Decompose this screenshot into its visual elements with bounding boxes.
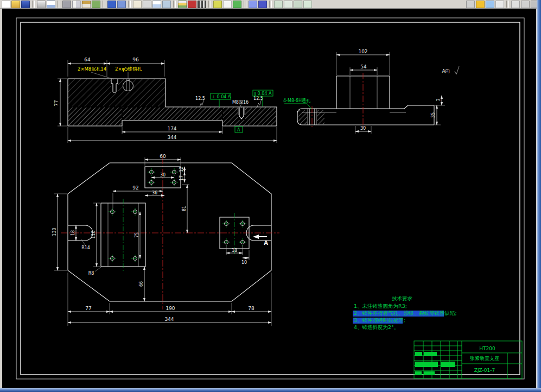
tech-req-title: 技术要求 [392, 295, 413, 301]
dim-side-54: 54 [360, 64, 367, 69]
measure-distance-icon[interactable] [213, 1, 222, 8]
dim-plan-190: 190 [166, 306, 175, 311]
properties-icon[interactable] [249, 1, 257, 8]
dim-plan-92: 92 [132, 185, 138, 191]
tech-req-item-2: 2、铸件不得有气孔、沙眼、裂纹等铸造缺陷; [354, 310, 457, 316]
toolbar-separator [58, 1, 60, 8]
dimension-style-icon[interactable] [233, 1, 241, 8]
dim-plan-12: 12 [179, 167, 184, 172]
title-block-part-name: 张紧装置支座 [470, 356, 499, 361]
dim-plan-344: 344 [164, 317, 174, 322]
dim-plan-10: 10 [241, 260, 247, 265]
toolbar-separator [128, 1, 131, 8]
match-properties-icon[interactable] [92, 1, 100, 8]
window-border-right [537, 0, 541, 392]
toolbar-separator [32, 1, 35, 8]
dim-side-30: 30 [360, 126, 366, 131]
dim-plan-66: 66 [139, 281, 144, 287]
dock-toggle-icon[interactable] [511, 1, 520, 8]
dim-plan-81: 81 [182, 206, 187, 211]
label-r8: R8 [88, 271, 94, 276]
dim-front-77: 77 [54, 100, 59, 106]
ortho-icon[interactable] [284, 1, 292, 8]
dim-side-102: 102 [358, 49, 367, 54]
dim-front-96: 96 [132, 57, 139, 62]
fcf-perpendicularity: ⊥ 0.04 A [212, 94, 231, 99]
grid-icon[interactable] [294, 1, 302, 8]
panel-toggle-icon[interactable] [521, 1, 530, 8]
title-block-material: HT200 [479, 346, 495, 351]
datum-a-flag: A [237, 128, 240, 132]
dim-plan-18-right: 18 [232, 248, 237, 253]
zoom-realtime-icon[interactable] [143, 1, 151, 8]
zoom-previous-icon[interactable] [162, 1, 171, 8]
tech-req-item-4: 4、铸造斜度为2°。 [354, 324, 399, 330]
dim-plan-60: 60 [160, 154, 166, 159]
dim-plan-18-slot: 18 [71, 230, 75, 236]
polar-icon[interactable] [303, 1, 312, 8]
note-counterbore: 2×M8沉孔14 [78, 66, 106, 72]
note-taper-pin: 2×φ5锥销孔 [115, 66, 142, 72]
dim-plan-17: 17 [179, 175, 184, 181]
toolbar-separator [506, 1, 509, 8]
dim-plan-75: 75 [135, 232, 139, 238]
toolbar-separator [173, 1, 176, 8]
spell-check-icon[interactable] [495, 1, 504, 8]
linetype-icon[interactable] [198, 1, 206, 8]
note-through-holes: 4-M8-6H通孔 [283, 98, 311, 103]
dim-front-174: 174 [167, 126, 176, 131]
copy-icon[interactable] [72, 1, 81, 8]
toolbar-separator [269, 1, 272, 8]
new-icon[interactable] [2, 1, 10, 8]
dim-side-35: 35 [431, 112, 436, 118]
label-r14: R14 [81, 245, 90, 250]
dim-front-64: 64 [84, 57, 91, 62]
print-icon[interactable] [37, 1, 46, 8]
dim-front-344: 344 [167, 135, 176, 140]
pan-icon[interactable] [133, 1, 142, 8]
fcf-parallelism: ∥ 0.04 A [254, 91, 272, 96]
section-arrow-label: A [264, 240, 268, 246]
note-thread: M8深16 [232, 100, 249, 105]
label-a-view: A向 [442, 68, 450, 74]
cad-window: 64 96 77 174 344 2×M8沉孔14 2×φ5锥销孔 M8深16 [0, 0, 541, 392]
dim-side-3: 3 [436, 98, 441, 101]
window-border-bottom [0, 388, 541, 392]
roughness-2: 12.5 [253, 96, 263, 101]
dim-plan-77: 77 [85, 306, 91, 311]
osnap-icon[interactable] [274, 1, 283, 8]
color-control-icon[interactable] [188, 1, 196, 8]
text-style-icon[interactable] [223, 1, 232, 8]
dim-plan-30: 30 [160, 173, 166, 178]
toolbar-separator [103, 1, 105, 8]
drawing-canvas[interactable]: 64 96 77 174 344 2×M8沉孔14 2×φ5锥销孔 M8深16 [0, 0, 541, 392]
title-block-drawing-no: ZJZ-01-7 [474, 368, 495, 373]
toolbox-icon[interactable] [476, 1, 485, 8]
dim-plan-130: 130 [52, 227, 57, 236]
dim-plan-110: 110 [91, 230, 96, 238]
tech-req-item-1: 1、未注铸造圆角为R3; [354, 303, 407, 309]
redo-icon[interactable] [117, 1, 126, 8]
print-preview-icon[interactable] [47, 1, 55, 8]
toolbar-separator [208, 1, 211, 8]
help-icon[interactable] [258, 1, 267, 8]
dim-plan-36: 36 [152, 191, 157, 195]
cut-icon[interactable] [62, 1, 71, 8]
tech-req-item-3: 3、铸件须经时效处理; [354, 317, 405, 323]
dim-plan-78: 78 [248, 306, 254, 311]
paste-icon[interactable] [82, 1, 91, 8]
zoom-window-icon[interactable] [152, 1, 161, 8]
calculator-icon[interactable] [486, 1, 494, 8]
model-space[interactable] [2, 9, 536, 389]
toolbar-separator [244, 1, 246, 8]
open-icon[interactable] [11, 1, 20, 8]
main-toolbar [0, 0, 541, 9]
layers-icon[interactable] [178, 1, 187, 8]
save-icon[interactable] [21, 1, 30, 8]
render-icon[interactable] [466, 1, 475, 8]
undo-icon[interactable] [107, 1, 116, 8]
roughness-1: 12.5 [195, 96, 205, 101]
